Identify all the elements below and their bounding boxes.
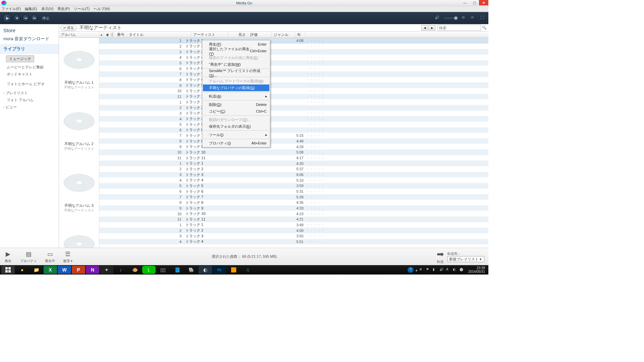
context-menu-item[interactable]: 選択したファイルの再生(Y)Ctrl+Enter	[203, 48, 269, 54]
track-row[interactable]: 11トラック 11○ ○ ○ ○ ○	[99, 94, 488, 100]
track-row[interactable]: 3トラック 3○ ○ ○ ○ ○	[99, 111, 488, 116]
col-year[interactable]: 年	[295, 32, 305, 38]
nav-next-button[interactable]: ▶	[429, 25, 435, 31]
col-indicator1[interactable]: ◉	[104, 32, 109, 38]
sidebar-item-playlist[interactable]: プレイリスト	[0, 89, 59, 97]
context-menu-item[interactable]: 不明なプロパティの取得(G)	[203, 84, 269, 91]
transfer-dest-select[interactable]: 新規プレイリスト ▾	[447, 256, 484, 262]
track-rating[interactable]: ○ ○ ○ ○ ○	[306, 95, 329, 98]
track-row[interactable]: 7トラック 7○ ○ ○ ○ ○	[99, 71, 488, 77]
sidebar-item[interactable]: フォトとホーム ビデオ	[0, 80, 59, 87]
sidebar-item-view[interactable]: ビュー	[0, 104, 59, 111]
taskbar-app3-icon[interactable]: 📘	[170, 266, 184, 274]
track-rating[interactable]: ○ ○ ○ ○ ○	[306, 223, 329, 226]
track-rating[interactable]: ○ ○ ○ ○ ○	[306, 179, 329, 182]
tray-network-icon[interactable]: ▮	[433, 267, 437, 272]
album-block[interactable]: 不明なアルバム 3不明なアーティスト	[59, 161, 99, 222]
track-row[interactable]: 7トラック 75:39○ ○ ○ ○ ○	[99, 194, 488, 200]
track-rating[interactable]: ○ ○ ○ ○ ○	[306, 61, 329, 64]
context-menu-item[interactable]: ツール(I)	[203, 131, 269, 138]
col-album[interactable]: アルバム	[59, 32, 99, 38]
track-rating[interactable]: ○ ○ ○ ○ ○	[306, 151, 329, 154]
volume-icon[interactable]: 🔊	[435, 15, 440, 21]
stop-button[interactable]: ■	[13, 14, 21, 22]
taskbar-line-icon[interactable]: L	[142, 266, 156, 274]
taskbar-app2-icon[interactable]: 🐵	[128, 266, 142, 274]
track-rating[interactable]: ○ ○ ○ ○ ○	[306, 195, 329, 198]
next-track-button[interactable]: ⏭	[31, 14, 38, 22]
track-rating[interactable]: ○ ○ ○ ○ ○	[306, 73, 329, 76]
context-menu-item[interactable]: 削除(D)Delete	[203, 101, 269, 108]
track-rating[interactable]: ○ ○ ○ ○ ○	[306, 134, 329, 137]
track-row[interactable]: 3トラック 33:55○ ○ ○ ○ ○	[99, 233, 488, 239]
track-row[interactable]: 5トラック 5○ ○ ○ ○ ○	[99, 60, 488, 66]
track-row[interactable]: 4トラック 45:10○ ○ ○ ○ ○	[99, 177, 488, 183]
context-menu-item[interactable]: "再生中" に追加(W)	[203, 61, 269, 68]
maximize-button[interactable]: ▢	[470, 0, 479, 5]
track-row[interactable]: 2トラック 2○ ○ ○ ○ ○	[99, 105, 488, 111]
col-artist[interactable]: アーティスト	[191, 32, 228, 38]
taskbar-reader-icon[interactable]: ▯▯	[156, 266, 170, 274]
context-menu-item[interactable]: 転送(A)	[203, 93, 269, 100]
start-button[interactable]	[1, 266, 15, 274]
track-row[interactable]: 1トラック 13:49○ ○ ○ ○ ○	[99, 222, 488, 228]
track-row[interactable]: 9トラック 9○ ○ ○ ○ ○	[99, 82, 488, 88]
sidebar-library[interactable]: ライブラリ	[0, 44, 59, 54]
track-rating[interactable]: ○ ○ ○ ○ ○	[306, 218, 329, 221]
track-row[interactable]: 11トラック 114:21○ ○ ○ ○ ○	[99, 217, 488, 222]
minimize-button[interactable]: —	[460, 0, 470, 5]
track-row[interactable]: 8トラック 84:35○ ○ ○ ○ ○	[99, 200, 488, 205]
taskbar-mediago-icon[interactable]: ◐	[199, 266, 212, 274]
bottom-organize-button[interactable]: ☰整理 ▾	[63, 250, 72, 263]
context-menu-item[interactable]: コピー(C)Ctrl+C	[203, 108, 269, 115]
tray-chevron-icon[interactable]: ▴	[416, 268, 417, 272]
track-rating[interactable]: ○ ○ ○ ○ ○	[306, 67, 329, 70]
menu-tool[interactable]: ツール(T)	[74, 6, 90, 11]
menu-edit[interactable]: 編集(E)	[25, 6, 37, 11]
track-rating[interactable]: ○ ○ ○ ○ ○	[306, 145, 329, 148]
taskbar-excel-icon[interactable]: X	[44, 266, 57, 274]
album-block[interactable]: 不明なアルバム 1不明なアーティスト	[59, 38, 99, 99]
track-row[interactable]: 5トラック 53:59○ ○ ○ ○ ○	[99, 183, 488, 189]
track-rating[interactable]: ○ ○ ○ ○ ○	[306, 212, 329, 215]
menu-play[interactable]: 再生(P)	[57, 6, 70, 11]
sidebar-item-photoalbum[interactable]: フォト アルバム	[0, 97, 59, 104]
menu-view[interactable]: 表示(V)	[41, 6, 54, 11]
track-row[interactable]: 2トラック 2○ ○ ○ ○ ○	[99, 44, 488, 49]
track-rating[interactable]: ○ ○ ○ ○ ○	[306, 106, 329, 109]
sidebar-item[interactable]: ムービーとテレビ番組	[0, 64, 59, 71]
taskbar-evernote-icon[interactable]: 🐘	[184, 266, 198, 274]
taskbar-chrome-icon[interactable]: ●	[15, 266, 29, 274]
col-length[interactable]: 長さ	[228, 32, 248, 38]
bottom-properties-button[interactable]: ▤プロパティ	[20, 250, 37, 263]
bottom-play-button[interactable]: ▶再生	[4, 250, 12, 263]
track-row[interactable]: 4トラック 4○ ○ ○ ○ ○	[99, 55, 488, 60]
col-indicator2[interactable]: ⓘ	[109, 32, 113, 38]
shuffle-icon[interactable]: ⟲	[462, 15, 467, 21]
track-row[interactable]: 2トラック 24:09○ ○ ○ ○ ○	[99, 228, 488, 233]
track-rating[interactable]: ○ ○ ○ ○ ○	[306, 101, 329, 104]
track-rating[interactable]: ○ ○ ○ ○ ○	[306, 56, 329, 59]
track-row[interactable]: 6トラック 6○ ○ ○ ○ ○	[99, 66, 488, 71]
track-row[interactable]: 10トラック 10○ ○ ○ ○ ○	[99, 88, 488, 94]
col-rating[interactable]: 評価	[248, 32, 272, 38]
track-row[interactable]: 1トラック 1○ ○ ○ ○ ○	[99, 99, 488, 105]
track-rating[interactable]: ○ ○ ○ ○ ○	[306, 240, 329, 243]
fullscreen-icon[interactable]: ⛶	[480, 15, 486, 21]
track-rating[interactable]: ○ ○ ○ ○ ○	[306, 128, 329, 131]
track-rating[interactable]: ○ ○ ○ ○ ○	[306, 112, 329, 115]
track-row[interactable]: 6トラック 6○ ○ ○ ○ ○	[99, 127, 488, 133]
track-row[interactable]: 5トラック 5○ ○ ○ ○ ○	[99, 122, 488, 127]
sidebar-item[interactable]: ポッドキャスト	[0, 71, 59, 78]
taskbar-app4-icon[interactable]: 🟧	[227, 266, 240, 274]
track-rating[interactable]: ○ ○ ○ ○ ○	[306, 39, 329, 42]
tray-icon2[interactable]: ◐	[453, 267, 458, 272]
sidebar-mora[interactable]: mora 音楽ダウンロード	[0, 35, 59, 44]
track-row[interactable]: 9トラック 94:28○ ○ ○ ○ ○	[99, 144, 488, 149]
track-rating[interactable]: ○ ○ ○ ○ ○	[306, 78, 329, 81]
transfer-arrow-icon[interactable]: ➡	[437, 249, 444, 259]
track-rating[interactable]: ○ ○ ○ ○ ○	[306, 45, 329, 48]
menu-file[interactable]: ファイル(F)	[1, 6, 21, 11]
taskbar-explorer-icon[interactable]: 📁	[30, 266, 43, 274]
track-rating[interactable]: ○ ○ ○ ○ ○	[306, 168, 329, 171]
